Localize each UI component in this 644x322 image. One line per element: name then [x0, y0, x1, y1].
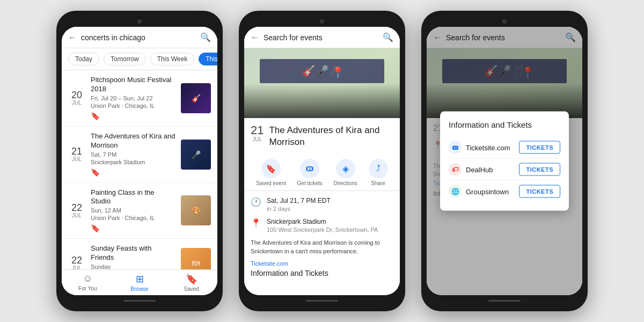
home-bar-2: [306, 300, 338, 302]
detail-row-time: 🕐 Sat, Jul 21, 7 PM EDT in 2 days: [251, 196, 393, 212]
action-directions[interactable]: ◈ Directions: [334, 159, 357, 186]
search-placeholder-2[interactable]: Search for events: [264, 33, 378, 42]
event-thumb-1: 🎤: [181, 140, 211, 170]
event-date-2: 22 JUL: [68, 203, 85, 218]
event-thumb-0: 🎸: [181, 83, 211, 113]
search-icon-1[interactable]: 🔍: [200, 32, 211, 42]
tickets-modal: Information and Tickets 🎟 Ticketsite.com…: [440, 112, 569, 211]
event-info-1: The Adventures of Kira and Morrison Sat,…: [91, 132, 175, 177]
action-buttons-2: 🔖 Saved event 🎟 Get tickets ◈ Directions…: [244, 155, 400, 191]
event-item-3[interactable]: 22 JUL Sunday Feasts with Friends Sunday…: [62, 239, 217, 269]
nav-label-saved: Saved: [184, 286, 199, 292]
event-info-0: Pitchspoon Music Festival 2018 Fri, Jul …: [91, 76, 175, 121]
event-item-1[interactable]: 21 JUL The Adventures of Kira and Morris…: [62, 127, 217, 183]
provider-logo-0: 🎟: [449, 141, 462, 154]
directions-label: Directions: [334, 180, 357, 186]
home-bar-1: [123, 300, 156, 302]
nav-icon-saved: 🔖: [186, 273, 197, 285]
event-date-3: 22 JUL: [68, 255, 85, 269]
event-thumb-2: 🎨: [181, 195, 211, 225]
event-item-0[interactable]: 20 JUL Pitchspoon Music Festival 2018 Fr…: [62, 70, 217, 127]
scene: ← concerts in chicago 🔍 Today Tomorrow T…: [0, 0, 644, 322]
event-description-2: The Adventures of Kira and Morrison is c…: [251, 238, 393, 256]
event-header-title-2: The Adventures of Kira and Morrison: [269, 125, 393, 148]
event-info-2: Painting Class in the Studio Sun, 12 AM …: [91, 188, 175, 233]
back-button-2[interactable]: ←: [251, 33, 259, 42]
action-share[interactable]: ⤴ Share: [369, 159, 388, 186]
map-area-2: 🎸🎤🎵 📍: [244, 48, 400, 118]
nav-label-browse: Browse: [130, 286, 148, 292]
nav-saved[interactable]: 🔖 Saved: [165, 273, 217, 292]
provider-name-2: Groupsintown: [466, 187, 509, 195]
action-saved-event[interactable]: 🔖 Saved event: [256, 159, 286, 186]
get-tickets-label: Get tickets: [297, 180, 323, 186]
phone-3: ← Search for events 🔍: [421, 11, 588, 311]
phone-2: ← Search for events 🔍: [239, 11, 405, 311]
tickets-button-1[interactable]: TICKETS: [519, 163, 560, 176]
share-icon: ⤴: [369, 159, 388, 178]
bookmark-icon-1[interactable]: 🔖: [91, 168, 100, 177]
get-tickets-icon: 🎟: [300, 159, 319, 178]
event-item-2[interactable]: 22 JUL Painting Class in the Studio Sun,…: [62, 183, 217, 239]
provider-logo-1: 🏷: [449, 163, 462, 176]
search-icon-2[interactable]: 🔍: [383, 32, 393, 42]
event-info-3: Sunday Feasts with Friends Sunday 🔖: [91, 244, 175, 269]
home-bar-3: [488, 300, 521, 302]
ticket-provider-2: 🌐 Groupsintown: [449, 185, 509, 198]
nav-browse[interactable]: ⊞ Browse: [114, 273, 166, 292]
camera-dot-2: [320, 19, 324, 24]
filter-chips: Today Tomorrow This Week This Weekend: [62, 48, 217, 70]
chip-this-week[interactable]: This Week: [150, 53, 194, 65]
nav-icon-browse: ⊞: [136, 273, 144, 285]
event-list: 20 JUL Pitchspoon Music Festival 2018 Fr…: [62, 70, 217, 269]
nav-icon-for-you: ☺: [83, 273, 92, 284]
event-thumb-3: 🍽: [181, 248, 211, 269]
nav-for-you[interactable]: ☺ For You: [62, 273, 114, 292]
action-get-tickets[interactable]: 🎟 Get tickets: [297, 159, 323, 186]
detail-info-2: 🕐 Sat, Jul 21, 7 PM EDT in 2 days 📍 Snic…: [244, 191, 400, 295]
detail-row-venue: 📍 Snickerpark Stadium 100 West Snickerpa…: [251, 217, 393, 233]
bookmark-icon-2[interactable]: 🔖: [91, 224, 100, 232]
search-bar-2: ← Search for events 🔍: [244, 27, 400, 48]
search-bar-1: ← concerts in chicago 🔍: [62, 27, 217, 48]
clock-icon: 🕐: [251, 197, 261, 207]
chip-today[interactable]: Today: [68, 53, 99, 65]
directions-icon: ◈: [336, 159, 355, 178]
share-label: Share: [371, 180, 385, 186]
ticket-provider-1: 🏷 DealHub: [449, 163, 493, 176]
chip-this-weekend[interactable]: This Weekend: [199, 53, 217, 65]
event-date-0: 20 JUL: [68, 90, 85, 106]
saved-event-label: Saved event: [256, 180, 286, 186]
camera-dot: [137, 19, 142, 24]
provider-name-1: DealHub: [466, 165, 493, 173]
ticket-option-0[interactable]: 🎟 Ticketsite.com TICKETS: [449, 137, 560, 159]
ticket-provider-0: 🎟 Ticketsite.com: [449, 141, 510, 154]
event-header-2: 21 JUL The Adventures of Kira and Morris…: [244, 118, 400, 155]
bottom-nav-1: ☺ For You ⊞ Browse 🔖 Saved: [62, 269, 217, 295]
search-query-1[interactable]: concerts in chicago: [81, 33, 196, 42]
back-button-1[interactable]: ←: [68, 33, 77, 42]
saved-event-icon: 🔖: [261, 159, 281, 178]
camera-dot-3: [502, 19, 507, 24]
event-date-1: 21 JUL: [68, 147, 85, 162]
nav-label-for-you: For You: [78, 286, 97, 291]
ticket-option-2[interactable]: 🌐 Groupsintown TICKETS: [449, 181, 560, 202]
location-icon: 📍: [251, 218, 261, 228]
event-link-2[interactable]: Ticketsite.com: [251, 260, 393, 267]
modal-title: Information and Tickets: [449, 120, 560, 129]
tickets-button-2[interactable]: TICKETS: [519, 185, 560, 198]
ticket-option-1[interactable]: 🏷 DealHub TICKETS: [449, 159, 560, 181]
event-header-date-2: 21 JUL: [251, 125, 264, 142]
provider-logo-2: 🌐: [449, 185, 462, 198]
map-pin-2: 📍: [331, 66, 345, 79]
bookmark-icon-0[interactable]: 🔖: [91, 112, 100, 120]
info-tickets-title-2: Information and Tickets: [251, 269, 393, 277]
tickets-button-0[interactable]: TICKETS: [519, 141, 560, 154]
phone-1: ← concerts in chicago 🔍 Today Tomorrow T…: [56, 11, 223, 311]
chip-tomorrow[interactable]: Tomorrow: [104, 53, 146, 65]
provider-name-0: Ticketsite.com: [466, 143, 510, 151]
